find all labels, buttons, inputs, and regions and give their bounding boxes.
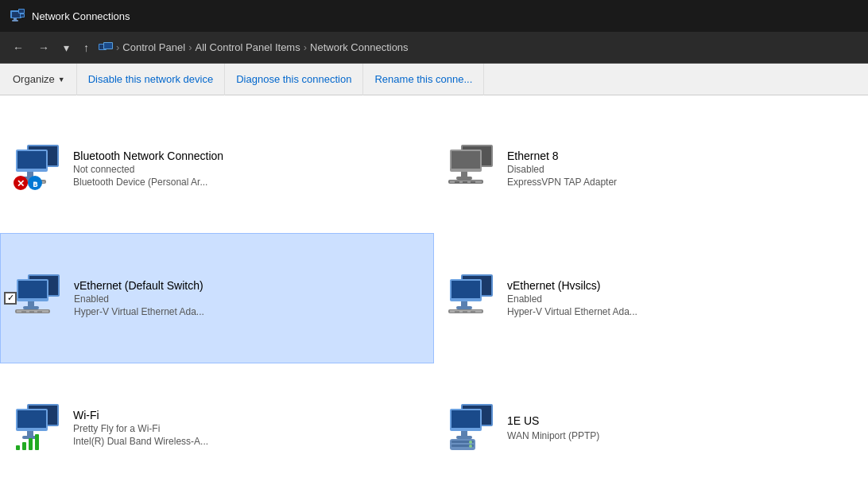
network-item-vethernet-hvsilcs[interactable]: vEthernet (Hvsilcs) Enabled Hyper-V Virt…: [434, 233, 868, 363]
breadcrumb: › Control Panel › All Control Panel Item…: [99, 41, 860, 53]
network-adapter: WAN Miniport (PPTP): [507, 430, 599, 441]
dropdown-button[interactable]: ▾: [59, 38, 74, 57]
network-item-1eus[interactable]: 1E US WAN Miniport (PPTP): [434, 363, 868, 493]
svg-rect-50: [461, 301, 467, 306]
svg-rect-38: [18, 281, 47, 298]
network-name: Ethernet 8: [507, 150, 617, 162]
rename-connection-button[interactable]: Rename this conne...: [363, 64, 484, 95]
svg-rect-44: [29, 311, 34, 313]
breadcrumb-all-items[interactable]: All Control Panel Items: [195, 41, 300, 53]
network-item-bluetooth[interactable]: ✕ ʙ Bluetooth Network Connection Not con…: [0, 103, 434, 233]
network-item-ethernet8[interactable]: Ethernet 8 Disabled ExpressVPN TAP Adapt…: [434, 103, 868, 233]
network-name: Bluetooth Network Connection: [73, 150, 223, 162]
network-info-1eus: 1E US WAN Miniport (PPTP): [507, 414, 599, 441]
diagnose-connection-button[interactable]: Diagnose this connection: [225, 64, 363, 95]
svg-rect-7: [21, 14, 24, 17]
svg-rect-72: [456, 436, 472, 439]
back-button[interactable]: ←: [8, 38, 29, 57]
network-status: Pretty Fly for a Wi-Fi: [73, 423, 208, 434]
network-item-wifi[interactable]: Wi-Fi Pretty Fly for a Wi-Fi Intel(R) Du…: [0, 363, 434, 493]
svg-text:ʙ: ʙ: [33, 179, 38, 188]
breadcrumb-network-connections[interactable]: Network Connections: [310, 41, 409, 53]
svg-rect-2: [14, 18, 17, 20]
network-info-ethernet8: Ethernet 8 Disabled ExpressVPN TAP Adapt…: [507, 150, 617, 188]
breadcrumb-control-panel[interactable]: Control Panel: [122, 41, 185, 53]
network-status: Not connected: [73, 164, 223, 175]
network-name: Wi-Fi: [73, 409, 208, 421]
content-area: ✕ ʙ Bluetooth Network Connection Not con…: [0, 95, 868, 501]
network-info-vethernet-hvsilcs: vEthernet (Hvsilcs) Enabled Hyper-V Virt…: [507, 279, 637, 317]
organize-button[interactable]: Organize: [8, 64, 77, 95]
network-info-vethernet-default: vEthernet (Default Switch) Enabled Hyper…: [74, 279, 204, 317]
svg-rect-32: [455, 181, 459, 183]
network-icon-vethernet-hvsilcs: [447, 273, 498, 324]
svg-rect-29: [456, 177, 472, 180]
toolbar: Organize Disable this network device Dia…: [0, 64, 868, 95]
network-icon-wifi: [13, 402, 64, 453]
svg-rect-71: [461, 431, 467, 436]
svg-rect-45: [37, 311, 42, 313]
network-icon-bluetooth: ✕ ʙ: [13, 143, 64, 194]
svg-rect-64: [22, 442, 26, 450]
svg-rect-60: [17, 410, 46, 428]
svg-rect-33: [463, 181, 467, 183]
network-adapter: Bluetooth Device (Personal Ar...: [73, 177, 223, 188]
svg-rect-55: [463, 311, 467, 313]
network-name: vEthernet (Hvsilcs): [507, 279, 637, 292]
network-adapter: ExpressVPN TAP Adapter: [507, 177, 617, 188]
svg-rect-56: [471, 311, 475, 313]
svg-rect-27: [451, 151, 480, 169]
network-info-wifi: Wi-Fi Pretty Fly for a Wi-Fi Intel(R) Du…: [73, 409, 208, 447]
svg-rect-3: [12, 20, 18, 21]
address-bar: ← → ▾ ↑ › Control Panel › All Control Pa…: [0, 32, 868, 64]
forward-button[interactable]: →: [33, 38, 54, 57]
network-status: Disabled: [507, 164, 617, 175]
title-bar-icon: [10, 8, 25, 24]
up-button[interactable]: ↑: [79, 38, 94, 57]
svg-point-77: [469, 445, 472, 448]
title-bar: Network Connections: [0, 0, 868, 32]
svg-rect-40: [23, 306, 39, 309]
svg-rect-66: [35, 434, 39, 450]
network-adapter: Hyper-V Virtual Ethernet Ada...: [507, 306, 637, 317]
svg-rect-11: [104, 43, 112, 49]
title-bar-title: Network Connections: [32, 10, 130, 22]
svg-rect-5: [19, 10, 24, 13]
svg-rect-65: [29, 438, 33, 450]
svg-rect-70: [451, 410, 480, 428]
svg-rect-43: [21, 311, 26, 313]
svg-rect-49: [451, 281, 480, 298]
svg-rect-39: [28, 301, 34, 306]
network-icon-ethernet8: [447, 143, 498, 194]
svg-rect-63: [16, 445, 20, 450]
svg-rect-15: [17, 151, 46, 169]
network-info-bluetooth: Bluetooth Network Connection Not connect…: [73, 150, 223, 188]
network-item-vethernet-default[interactable]: ✓ vEthernet (Default Switch) Enabled Hyp…: [0, 233, 434, 363]
network-icon-vethernet-default: [14, 273, 64, 324]
disable-device-button[interactable]: Disable this network device: [77, 64, 226, 95]
svg-rect-28: [461, 172, 467, 177]
svg-rect-54: [455, 311, 459, 313]
network-name: 1E US: [507, 414, 599, 427]
network-status: Enabled: [74, 293, 204, 305]
network-status: Enabled: [507, 293, 637, 305]
svg-rect-16: [27, 172, 33, 177]
svg-rect-34: [471, 181, 475, 183]
svg-rect-61: [27, 431, 33, 436]
network-icon-1eus: [447, 402, 498, 453]
svg-rect-51: [456, 306, 472, 309]
svg-point-76: [469, 441, 472, 444]
network-name: vEthernet (Default Switch): [74, 279, 204, 292]
svg-text:✕: ✕: [17, 178, 25, 189]
breadcrumb-icon: [99, 42, 113, 53]
network-adapter: Intel(R) Dual Band Wireless-A...: [73, 436, 208, 447]
network-adapter: Hyper-V Virtual Ethernet Ada...: [74, 306, 204, 317]
